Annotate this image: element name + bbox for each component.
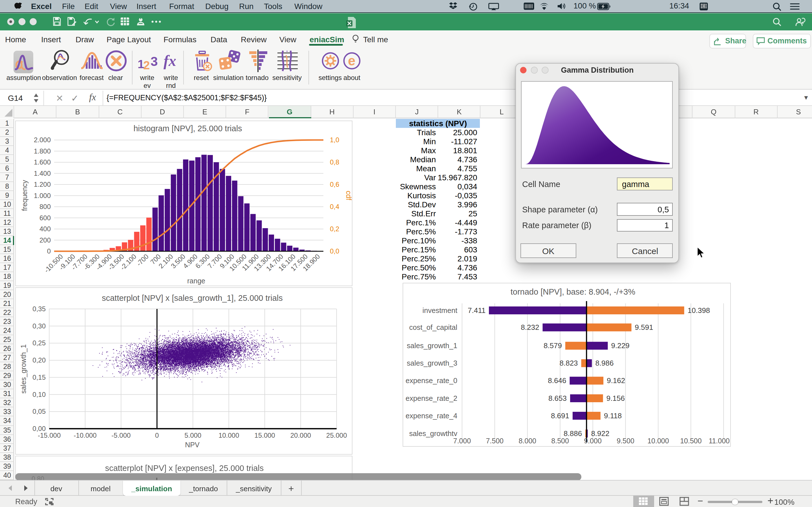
svg-text:9.156: 9.156	[606, 394, 625, 402]
svg-text:8.691: 8.691	[551, 411, 569, 420]
svg-text:0,00: 0,00	[33, 425, 46, 432]
svg-text:8.823: 8.823	[560, 359, 578, 367]
svg-text:0,8: 0,8	[330, 158, 339, 166]
svg-text:-10.000: -10.000	[73, 431, 96, 439]
svg-text:9.229: 9.229	[611, 341, 629, 350]
svg-text:1,0: 1,0	[330, 136, 339, 144]
svg-text:0,35: 0,35	[33, 305, 46, 313]
svg-text:8.500: 8.500	[551, 437, 569, 445]
svg-text:8.646: 8.646	[548, 376, 566, 385]
svg-text:7.411: 7.411	[468, 306, 486, 315]
svg-text:0,05: 0,05	[33, 407, 46, 415]
svg-text:8.986: 8.986	[595, 359, 613, 367]
svg-text:600: 600	[40, 214, 51, 221]
svg-text:8.232: 8.232	[521, 323, 539, 332]
svg-text:sales_growth_1: sales_growth_1	[407, 342, 457, 349]
svg-text:9.000: 9.000	[584, 437, 602, 445]
svg-text:0,2: 0,2	[330, 225, 339, 232]
svg-text:e: e	[348, 53, 355, 68]
svg-text:9.162: 9.162	[607, 376, 625, 385]
svg-text:200: 200	[40, 236, 51, 244]
svg-text:8.886: 8.886	[564, 429, 582, 438]
svg-text:10.000: 10.000	[647, 437, 669, 445]
svg-text:cost_of_capital: cost_of_capital	[409, 323, 457, 331]
svg-text:10.000: 10.000	[218, 431, 239, 439]
svg-text:11.000: 11.000	[709, 437, 730, 445]
svg-text:1.400: 1.400	[34, 169, 51, 177]
svg-text:25.000: 25.000	[326, 431, 347, 439]
svg-text:7.500: 7.500	[486, 437, 504, 445]
svg-text:1.800: 1.800	[34, 147, 51, 155]
svg-text:0,30: 0,30	[33, 322, 46, 330]
svg-text:0,10: 0,10	[33, 390, 46, 398]
svg-text:1.200: 1.200	[34, 180, 51, 188]
svg-text:8.000: 8.000	[518, 437, 536, 445]
svg-text:1.600: 1.600	[34, 158, 51, 166]
svg-text:15.000: 15.000	[254, 431, 275, 439]
svg-text:-5.000: -5.000	[111, 431, 131, 439]
svg-text:8.922: 8.922	[591, 429, 609, 438]
svg-text:scatterplot [NPV] x [sales_gro: scatterplot [NPV] x [sales_growth_1], 25…	[102, 293, 283, 302]
svg-text:sales_growthtv: sales_growthtv	[409, 430, 457, 438]
svg-text:0,0: 0,0	[330, 247, 339, 255]
svg-text:2.000: 2.000	[34, 136, 51, 144]
svg-text:5.000: 5.000	[185, 431, 201, 439]
svg-text:800: 800	[40, 203, 51, 210]
svg-text:sales_growth_1: sales_growth_1	[19, 344, 28, 393]
svg-text:0,20: 0,20	[33, 356, 46, 363]
svg-text:NPV: NPV	[185, 441, 200, 448]
svg-text:400: 400	[40, 225, 51, 232]
svg-text:9.591: 9.591	[635, 323, 653, 332]
svg-text:cdf: cdf	[345, 190, 353, 200]
svg-text:expense_rate_0: expense_rate_0	[405, 377, 457, 385]
svg-text:-15.000: -15.000	[38, 431, 61, 439]
svg-text:0,25: 0,25	[33, 339, 46, 346]
svg-text:tornado [NPV], base: 8.904, -/: tornado [NPV], base: 8.904, -/+3%	[511, 287, 636, 296]
svg-text:expense_rate_4: expense_rate_4	[405, 412, 457, 420]
svg-text:0: 0	[155, 431, 159, 439]
svg-text:8.653: 8.653	[548, 394, 567, 402]
svg-text:8.579: 8.579	[544, 341, 562, 350]
svg-text:-700: -700	[135, 252, 150, 267]
svg-text:expense_rate_2: expense_rate_2	[405, 394, 457, 402]
svg-text:range: range	[187, 277, 205, 284]
svg-text:0,15: 0,15	[33, 373, 46, 381]
svg-text:10.500: 10.500	[680, 437, 702, 445]
svg-text:investment: investment	[422, 306, 457, 314]
svg-text:7.000: 7.000	[453, 437, 471, 445]
svg-text:20.000: 20.000	[290, 431, 311, 439]
svg-text:histogram [NPV], 25.000 trials: histogram [NPV], 25.000 trials	[133, 124, 242, 133]
svg-text:9.500: 9.500	[617, 437, 635, 445]
svg-text:1.000: 1.000	[34, 191, 51, 199]
svg-text:0,4: 0,4	[330, 203, 339, 210]
svg-text:9.118: 9.118	[604, 411, 622, 420]
svg-text:0: 0	[47, 247, 51, 255]
svg-text:0,6: 0,6	[330, 180, 339, 188]
svg-text:frequency: frequency	[20, 180, 29, 211]
svg-text:10.398: 10.398	[688, 306, 710, 315]
svg-text:sales_growth_3: sales_growth_3	[407, 359, 457, 367]
